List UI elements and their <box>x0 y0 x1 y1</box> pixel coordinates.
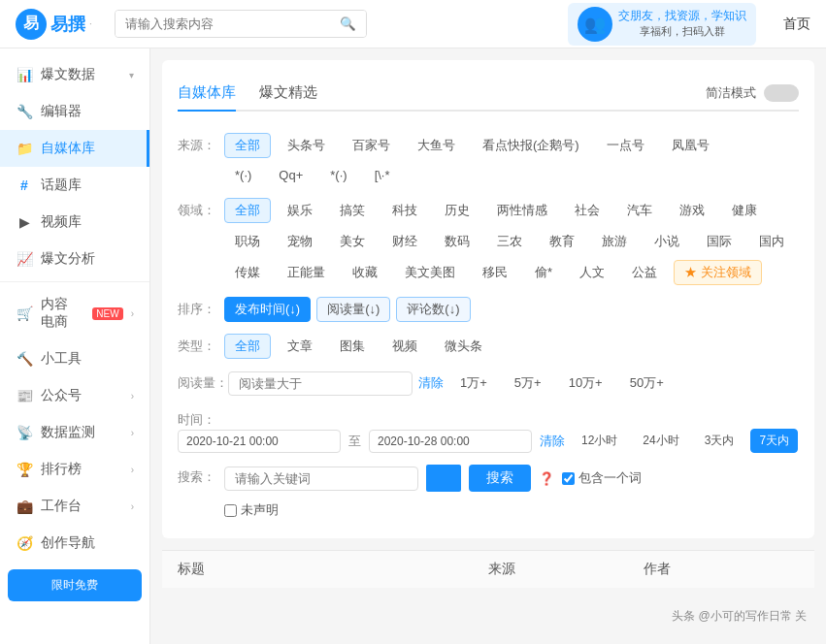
domain-tag-caijing[interactable]: 财经 <box>381 229 428 254</box>
domain-tag-chongwu[interactable]: 宠物 <box>277 229 323 254</box>
source-tag-baijia[interactable]: 百家号 <box>342 133 401 158</box>
domain-tag-youxi[interactable]: 游戏 <box>669 198 715 223</box>
top-search-button[interactable]: 🔍 <box>330 11 366 37</box>
read-quick-10w[interactable]: 10万+ <box>558 370 613 396</box>
promo-banner[interactable]: 限时免费 <box>8 569 142 601</box>
domain-tag-yimin[interactable]: 移民 <box>472 260 518 285</box>
domain-tag-zhengnengliag[interactable]: 正能量 <box>277 260 336 285</box>
sort-tag-comment[interactable]: 评论数(↓) <box>396 297 470 322</box>
domain-follow-link[interactable]: ★ 关注领域 <box>674 260 762 285</box>
search-execute-button[interactable]: 搜索 <box>469 465 531 492</box>
sidebar-item-baowendata[interactable]: 📊 爆文数据 ▾ <box>0 56 149 93</box>
top-search-input[interactable] <box>116 11 330 37</box>
zimeiti-label: 自媒体库 <box>41 140 131 157</box>
shujujiankong-arrow: › <box>131 428 134 438</box>
domain-tag-guoji[interactable]: 国际 <box>696 229 743 254</box>
top-search-bar[interactable]: 🔍 <box>115 10 367 38</box>
time-clear-btn[interactable]: 清除 <box>540 433 565 450</box>
sidebar-item-gongtai[interactable]: 💼 工作台 › <box>0 488 149 525</box>
search-keyword-input[interactable] <box>224 467 418 491</box>
domain-tag-meinv[interactable]: 美女 <box>329 229 376 254</box>
type-tag-tuji[interactable]: 图集 <box>329 334 376 359</box>
source-tag-toutiao[interactable]: 头条号 <box>277 133 336 158</box>
sidebar-item-baowenfenxi[interactable]: 📈 爆文分析 <box>0 241 149 277</box>
tab-baowenjingxuan[interactable]: 爆文精选 <box>259 76 317 112</box>
domain-tag-sannong[interactable]: 三农 <box>486 229 533 254</box>
domain-tag-xiaoshuo[interactable]: 小说 <box>644 229 690 254</box>
time-quick-3d[interactable]: 3天内 <box>696 429 743 453</box>
simple-mode-switch[interactable] <box>764 84 799 102</box>
domain-tag-qiche[interactable]: 汽车 <box>616 198 663 223</box>
source-tag-yidian[interactable]: 一点号 <box>596 133 655 158</box>
gongtai-icon: 💼 <box>16 498 33 515</box>
search-help-icon[interactable]: ❓ <box>539 471 554 486</box>
sidebar-item-gongzonghao[interactable]: 📰 公众号 › <box>0 377 149 414</box>
source-tag-other[interactable]: [\·* <box>364 164 401 186</box>
sidebar-item-chuangzuodaohang[interactable]: 🧭 创作导航 <box>0 525 149 562</box>
domain-tag-gongyi[interactable]: 公益 <box>621 260 668 285</box>
sidebar-item-neirongdianshang[interactable]: 🛒 内容电商 NEW › <box>0 286 149 340</box>
time-options: 至 清除 12小时 24小时 3天内 7天内 <box>178 429 798 453</box>
domain-tag-chuanmei[interactable]: 传媒 <box>224 260 271 285</box>
type-tag-wenzhang[interactable]: 文章 <box>277 334 323 359</box>
source-tag-wx[interactable]: *(·) <box>224 164 262 186</box>
domain-tag-yule[interactable]: 娱乐 <box>277 198 323 223</box>
search-contains-checkbox[interactable] <box>562 472 575 485</box>
type-tag-shipin[interactable]: 视频 <box>381 334 428 359</box>
nav-home[interactable]: 首页 <box>783 16 810 33</box>
domain-tag-meiwen[interactable]: 美文美图 <box>394 260 466 285</box>
domain-tag-shehui[interactable]: 社会 <box>564 198 611 223</box>
source-tag-kandian[interactable]: 看点快报(企鹅号) <box>472 133 590 158</box>
domain-tag-jiaoyu[interactable]: 教育 <box>539 229 585 254</box>
baowenfenxi-label: 爆文分析 <box>41 250 134 268</box>
domain-tag-all[interactable]: 全部 <box>224 198 271 223</box>
domain-tag-gaoxiao[interactable]: 搞笑 <box>329 198 376 223</box>
sidebar-item-shujujiankong[interactable]: 📡 数据监测 › <box>0 414 149 451</box>
sidebar-item-zimeiti[interactable]: 📁 自媒体库 <box>0 130 149 167</box>
search-blue-box[interactable] <box>426 465 461 492</box>
gongzonghao-icon: 📰 <box>16 387 33 404</box>
sidebar-item-paihangbang[interactable]: 🏆 排行榜 › <box>0 451 149 488</box>
read-clear-btn[interactable]: 清除 <box>418 374 444 392</box>
sort-tag-time[interactable]: 发布时间(↓) <box>224 297 311 322</box>
time-start-input[interactable] <box>178 430 341 453</box>
time-quick-7d[interactable]: 7天内 <box>750 429 798 453</box>
banner-icon: 👥 <box>578 7 612 42</box>
sort-tag-read[interactable]: 阅读量(↓) <box>316 297 390 322</box>
source-tag-all[interactable]: 全部 <box>224 133 271 158</box>
domain-tag-zhichang[interactable]: 职场 <box>224 229 271 254</box>
read-quick-50w[interactable]: 50万+ <box>619 370 675 396</box>
time-label: 时间： <box>178 407 224 429</box>
source-tag-fenghuang[interactable]: 凤凰号 <box>661 133 720 158</box>
time-quick-12h[interactable]: 12小时 <box>573 429 626 453</box>
time-end-input[interactable] <box>369 430 532 453</box>
sidebar-item-huatiku[interactable]: # 话题库 <box>0 167 149 204</box>
domain-tag-shoucang[interactable]: 收藏 <box>342 260 388 285</box>
sidebar-item-shipinku[interactable]: ▶ 视频库 <box>0 204 149 241</box>
read-quick-5w[interactable]: 5万+ <box>504 370 552 396</box>
type-tag-all[interactable]: 全部 <box>224 334 271 359</box>
source-tag-qq[interactable]: Qq+ <box>268 164 314 186</box>
read-input[interactable] <box>228 371 413 396</box>
domain-tag-renwen[interactable]: 人文 <box>569 260 615 285</box>
domain-tag-lianxing[interactable]: 两性情感 <box>486 198 558 223</box>
sidebar-item-bianji[interactable]: 🔧 编辑器 <box>0 93 149 130</box>
logo-text: 易撰 <box>50 13 85 36</box>
domain-tag-lishi[interactable]: 历史 <box>434 198 480 223</box>
baowendata-icon: 📊 <box>16 66 33 83</box>
read-options: 清除 1万+ 5万+ 10万+ 50万+ <box>228 370 799 396</box>
domain-tag-other2[interactable]: 偷* <box>524 260 563 285</box>
type-tag-weitoutiao[interactable]: 微头条 <box>434 334 493 359</box>
domain-tag-jiankang[interactable]: 健康 <box>721 198 768 223</box>
sidebar-item-xiaogongju[interactable]: 🔨 小工具 <box>0 340 149 377</box>
undeclared-checkbox[interactable] <box>224 504 237 517</box>
source-tag-wx2[interactable]: *(·) <box>319 164 357 186</box>
read-quick-1w[interactable]: 1万+ <box>449 370 498 396</box>
domain-tag-shuma[interactable]: 数码 <box>434 229 480 254</box>
domain-tag-lvyou[interactable]: 旅游 <box>591 229 638 254</box>
domain-tag-guonei[interactable]: 国内 <box>748 229 795 254</box>
tab-zimeiti[interactable]: 自媒体库 <box>178 76 236 112</box>
time-quick-24h[interactable]: 24小时 <box>634 429 687 453</box>
domain-tag-keji[interactable]: 科技 <box>381 198 428 223</box>
source-tag-dayu[interactable]: 大鱼号 <box>407 133 466 158</box>
